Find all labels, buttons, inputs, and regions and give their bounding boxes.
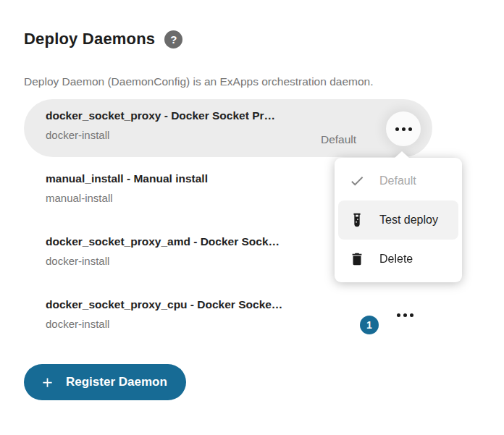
deploy-daemons-settings-section: Deploy Daemons ? Deploy Daemon (DaemonCo… (0, 0, 504, 435)
daemon-subtitle: docker-install (46, 318, 411, 330)
default-status-label: Default (321, 133, 356, 146)
exapps-count-badge: 1 (360, 316, 379, 334)
daemon-actions-context-menu: Default Test deploy Delete (335, 158, 462, 282)
menu-item-label: Default (379, 174, 416, 187)
daemon-title: docker_socket_proxy - Docker Socket Pr… (46, 109, 411, 122)
dots-horizontal-icon (397, 313, 413, 317)
page-title: Deploy Daemons (24, 30, 155, 48)
menu-item-label: Test deploy (379, 214, 438, 227)
daemon-title: docker_socket_proxy_cpu - Docker Socke… (46, 298, 411, 311)
daemon-actions-menu-button[interactable] (386, 111, 421, 146)
register-daemon-button[interactable]: Register Daemon (24, 364, 186, 400)
register-daemon-label: Register Daemon (66, 375, 167, 389)
check-icon (349, 173, 365, 189)
test-tube-icon (349, 212, 365, 228)
menu-item-test-deploy[interactable]: Test deploy (338, 200, 458, 240)
daemon-row-docker-socket-proxy-cpu[interactable]: docker_socket_proxy_cpu - Docker Socke… … (24, 288, 432, 346)
menu-item-default[interactable]: Default (338, 161, 458, 200)
trash-icon (349, 251, 365, 267)
menu-item-delete[interactable]: Delete (338, 240, 458, 279)
daemon-actions-menu-button[interactable] (387, 297, 422, 332)
help-icon[interactable]: ? (164, 30, 182, 48)
dots-horizontal-icon (395, 127, 412, 131)
section-description: Deploy Daemon (DaemonConfig) is an ExApp… (24, 75, 373, 88)
section-header: Deploy Daemons ? (24, 30, 182, 48)
plus-icon (40, 375, 55, 390)
menu-item-label: Delete (379, 253, 413, 266)
daemon-row-docker-socket-proxy[interactable]: docker_socket_proxy - Docker Socket Pr… … (24, 99, 432, 157)
